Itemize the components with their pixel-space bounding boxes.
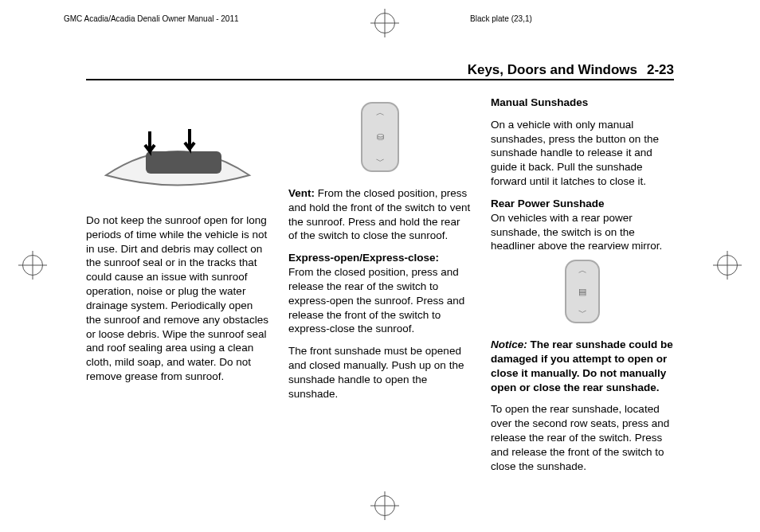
section-title: Keys, Doors and Windows	[468, 62, 637, 78]
manual-sunshades-body: On a vehicle with only manual sunshades,…	[491, 118, 674, 189]
vent-body: From the closed position, press and hold…	[288, 187, 470, 241]
rear-sunshade-operation: To open the rear sunshade, located over …	[491, 402, 674, 473]
express-label: Express-open/Express-close:	[288, 252, 439, 264]
print-header-right: Black plate (23,1)	[470, 14, 532, 23]
notice-label: Notice:	[491, 338, 527, 350]
col1-paragraph: Do not keep the sunroof open for long pe…	[86, 213, 269, 384]
sunroof-switch-icon: ︿ ⛁ ﹀	[361, 102, 399, 172]
crop-mark-left	[22, 255, 43, 279]
rear-power-sunshade-paragraph: Rear Power Sunshade On vehicles with a r…	[491, 197, 674, 253]
sunroof-switch-illustration: ︿ ⛁ ﹀	[288, 102, 472, 172]
column-1: Do not keep the sunroof open for long pe…	[86, 96, 269, 500]
chevron-up-icon: ︿	[376, 108, 385, 117]
rear-power-sunshade-body: On vehicles with a rear power sunshade, …	[491, 212, 662, 252]
rear-power-sunshade-heading: Rear Power Sunshade	[491, 198, 605, 209]
chevron-down-icon: ﹀	[578, 308, 587, 317]
print-header-left: GMC Acadia/Acadia Denali Owner Manual - …	[64, 14, 239, 23]
vent-label: Vent:	[288, 187, 315, 199]
rear-sunshade-switch-illustration: ︿ ▤ ﹀	[491, 260, 674, 323]
column-3: Manual Sunshades On a vehicle with only …	[491, 96, 674, 500]
vent-paragraph: Vent: From the closed position, press an…	[288, 186, 472, 243]
column-2: ︿ ⛁ ﹀ Vent: From the closed position, pr…	[288, 96, 472, 500]
svg-rect-0	[146, 151, 221, 174]
express-body: From the closed position, press and rele…	[288, 266, 464, 334]
rear-sunshade-switch-icon: ︿ ▤ ﹀	[565, 260, 600, 323]
header-rule	[86, 79, 674, 80]
manual-sunshades-heading: Manual Sunshades	[491, 96, 674, 110]
front-sunshade-paragraph: The front sunshade must be opened and cl…	[288, 344, 472, 401]
notice-paragraph: Notice: The rear sunshade could be damag…	[491, 338, 674, 394]
body-columns: Do not keep the sunroof open for long pe…	[86, 96, 674, 500]
sunroof-glyph-icon: ⛁	[377, 131, 384, 143]
crop-mark-right	[717, 255, 738, 279]
chevron-up-icon: ︿	[578, 266, 587, 275]
crop-mark-top	[374, 13, 395, 37]
sunshade-glyph-icon: ▤	[578, 286, 586, 298]
page-number: 2-23	[647, 62, 674, 78]
express-paragraph: Express-open/Express-close: From the clo…	[288, 251, 472, 336]
chevron-down-icon: ﹀	[376, 157, 385, 166]
sunroof-illustration	[86, 119, 269, 199]
